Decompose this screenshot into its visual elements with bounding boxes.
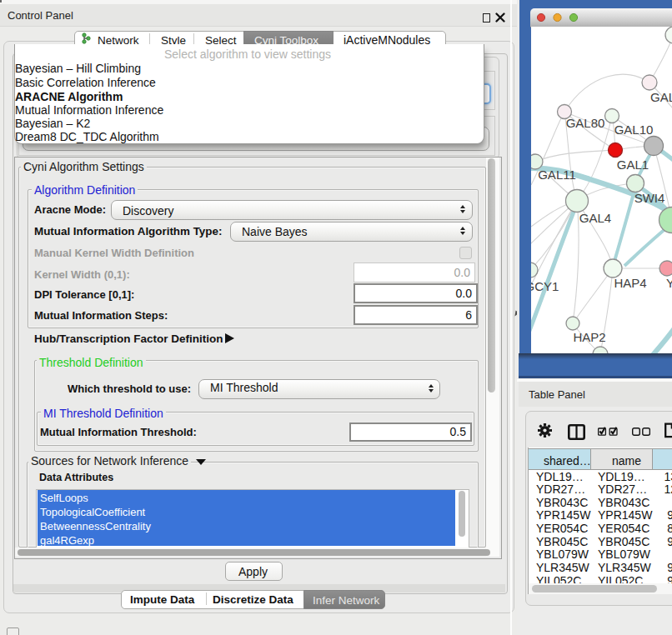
svg-text:HAP4: HAP4 bbox=[614, 276, 646, 290]
svg-text:GAL1: GAL1 bbox=[617, 158, 649, 172]
svg-text:GAL4: GAL4 bbox=[579, 211, 611, 225]
svg-text:Y: Y bbox=[666, 276, 672, 290]
svg-text:SWI4: SWI4 bbox=[634, 191, 665, 205]
svg-text:GAL10: GAL10 bbox=[614, 122, 654, 137]
svg-text:HAP2: HAP2 bbox=[573, 330, 605, 344]
svg-text:GCY1: GCY1 bbox=[531, 279, 559, 293]
svg-text:GAL11: GAL11 bbox=[538, 168, 576, 182]
svg-text:GAL: GAL bbox=[650, 90, 672, 104]
svg-text:GAL80: GAL80 bbox=[566, 116, 605, 130]
